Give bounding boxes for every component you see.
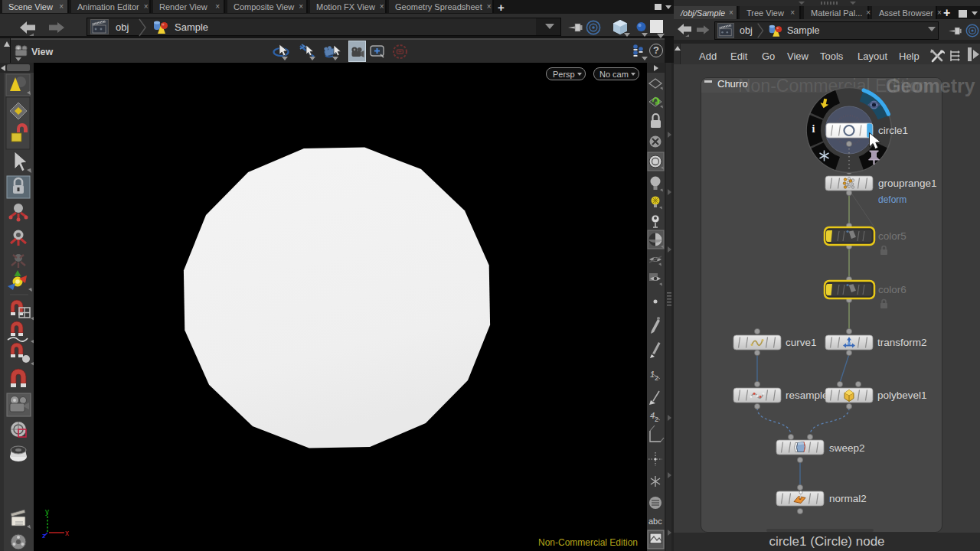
svg-text:abc: abc [648, 517, 662, 526]
svg-text:deform: deform [878, 194, 906, 205]
svg-text:x: x [65, 529, 69, 537]
svg-text:grouprange1: grouprange1 [878, 178, 937, 189]
svg-text:normal2: normal2 [829, 493, 867, 504]
svg-text:curve1: curve1 [786, 337, 817, 348]
svg-text:transform2: transform2 [877, 337, 927, 348]
svg-text:color6: color6 [878, 284, 906, 295]
svg-text:circle1: circle1 [878, 125, 908, 136]
svg-text:sweep2: sweep2 [829, 442, 865, 454]
svg-text:i: i [812, 123, 815, 135]
svg-text:y: y [45, 507, 49, 516]
svg-text:resample: resample [786, 390, 828, 401]
svg-text:z: z [42, 532, 46, 540]
svg-text:color5: color5 [878, 230, 906, 242]
svg-text:polybevel1: polybevel1 [877, 390, 927, 401]
